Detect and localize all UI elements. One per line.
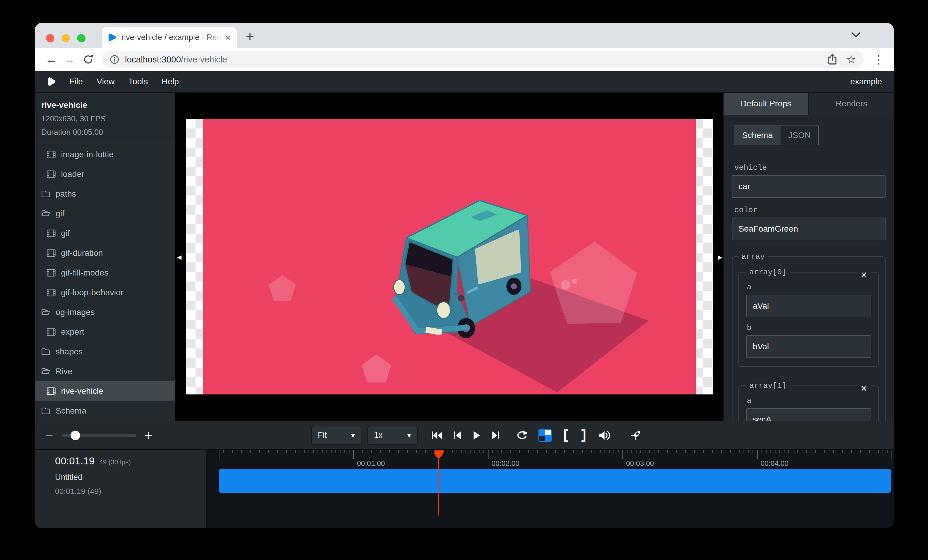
tab-close-icon[interactable]: × [225,32,231,43]
composition-list: image-in-lottie loader paths gif [35,143,175,421]
canvas-size-select[interactable]: Fit ▼ [311,426,362,445]
composition-canvas[interactable] [186,119,713,394]
track-name[interactable]: Untitled [55,473,206,482]
ruler-tick [762,450,762,453]
array-0-a-input[interactable] [746,295,871,317]
ruler-tick [578,450,578,453]
ruler-tick [250,450,251,453]
ruler-tick [524,450,524,453]
array-1-a-input[interactable] [746,408,871,421]
ruler-tick [771,450,771,453]
browser-tab[interactable]: rive-vehicle / example - Remoti × [102,27,237,48]
ruler-tick [757,450,758,459]
playback-speed-select[interactable]: 1x ▼ [368,426,418,445]
out-point-icon[interactable]: ] [580,428,588,443]
in-point-icon[interactable]: [ [562,428,569,443]
props-panel-tabs: Default Props Renders [723,93,894,115]
timeline-track[interactable] [219,469,891,493]
sidebar-item-gif-duration[interactable]: gif-duration [35,243,175,263]
menu-help[interactable]: Help [162,77,179,86]
sidebar-folder-gif[interactable]: gif [35,204,175,224]
props-panel: Default Props Renders Schema JSON vehicl… [723,93,894,421]
sidebar-item-gif-loop-behavior[interactable]: gif-loop-behavior [35,283,175,303]
remove-array-item-icon[interactable]: × [857,269,871,280]
loop-icon[interactable] [514,429,528,441]
chevron-down-icon[interactable] [851,32,861,38]
url-text[interactable]: localhost:3000/rive-vehicle [125,55,818,65]
menu-tools[interactable]: Tools [128,77,148,86]
previous-frame-icon[interactable] [453,430,462,440]
speed-select-value: 1x [374,431,383,440]
ruler-tick [223,450,224,453]
toggle-schema[interactable]: Schema [734,126,781,145]
zoom-out-icon[interactable]: − [46,428,53,443]
film-icon [46,268,56,278]
ruler-tick [802,450,803,453]
toggle-json[interactable]: JSON [781,126,818,145]
back-icon[interactable]: ← [42,53,60,66]
remotion-logo-icon[interactable] [48,77,56,86]
tab-title: rive-vehicle / example - Remoti [121,33,222,42]
tab-renders[interactable]: Renders [808,93,894,115]
ruler-tick [470,450,470,453]
ruler-tick [407,450,408,453]
timeline-ruler[interactable]: 00:01.00 00:02.00 00:03.00 00:04.00 [207,450,894,528]
share-icon[interactable] [827,53,838,65]
sidebar-item-rive-vehicle[interactable]: rive-vehicle [35,381,175,401]
array-0-b-input[interactable] [746,335,871,358]
ruler-tick [398,450,399,453]
ruler-tick [874,450,874,453]
zoom-slider[interactable] [62,434,136,437]
timeline-zoom-control: − + [46,422,152,449]
sidebar-folder-rive[interactable]: Rive [35,362,175,381]
ruler-tick [730,450,731,453]
transparency-checkerboard-icon[interactable] [539,429,552,442]
sidebar-item-gif[interactable]: gif [35,224,175,243]
new-tab-button[interactable]: + [246,28,254,44]
ruler-tick [649,450,650,453]
reload-icon[interactable] [79,53,98,65]
volume-icon[interactable] [598,429,612,441]
vehicle-input[interactable] [732,175,885,198]
checker-quad [545,430,551,435]
remove-array-item-icon[interactable]: × [857,383,871,394]
sidebar-item-label: rive-vehicle [61,387,104,396]
bookmark-star-icon[interactable]: ☆ [846,53,856,66]
ruler-tick [739,450,740,453]
color-input[interactable] [732,218,885,240]
ruler-tick [528,450,529,453]
menu-file[interactable]: File [69,77,83,86]
sidebar-item-image-in-lottie[interactable]: image-in-lottie [35,145,175,164]
sidebar-folder-paths[interactable]: paths [35,184,175,204]
play-icon[interactable] [472,430,481,440]
close-window-button[interactable] [46,34,54,43]
address-bar[interactable]: localhost:3000/rive-vehicle ☆ [102,51,864,68]
minimize-window-button[interactable] [62,34,70,43]
jump-to-start-icon[interactable] [431,430,443,440]
zoom-window-button[interactable] [77,34,85,43]
film-icon [46,149,56,160]
sidebar-folder-og-images[interactable]: og-images [35,303,175,322]
collapse-left-panel-icon[interactable]: ◂ [177,252,182,262]
render-rocket-icon[interactable] [629,429,642,442]
sidebar-folder-shapes[interactable]: shapes [35,342,175,362]
sidebar-folder-schema[interactable]: Schema [35,401,175,421]
site-info-icon[interactable] [110,55,120,65]
sidebar-item-expert[interactable]: expert [35,322,175,342]
sidebar-item-gif-fill-modes[interactable]: gif-fill-modes [35,263,175,283]
jump-to-end-icon[interactable] [491,430,500,440]
menu-view[interactable]: View [96,77,114,86]
tab-default-props[interactable]: Default Props [723,93,808,115]
film-icon [46,228,56,239]
zoom-in-icon[interactable]: + [145,428,153,443]
ruler-tick [717,450,717,453]
ruler-tick [856,450,856,453]
browser-menu-icon[interactable]: ⋮ [871,53,886,66]
collapse-right-panel-icon[interactable]: ▸ [718,252,722,262]
sidebar-item-loader[interactable]: loader [35,164,175,184]
ruler-tick [237,450,237,453]
ruler-tick [811,450,811,453]
ruler-tick [327,450,327,453]
zoom-slider-thumb[interactable] [70,431,80,440]
ruler-tick [614,450,614,453]
